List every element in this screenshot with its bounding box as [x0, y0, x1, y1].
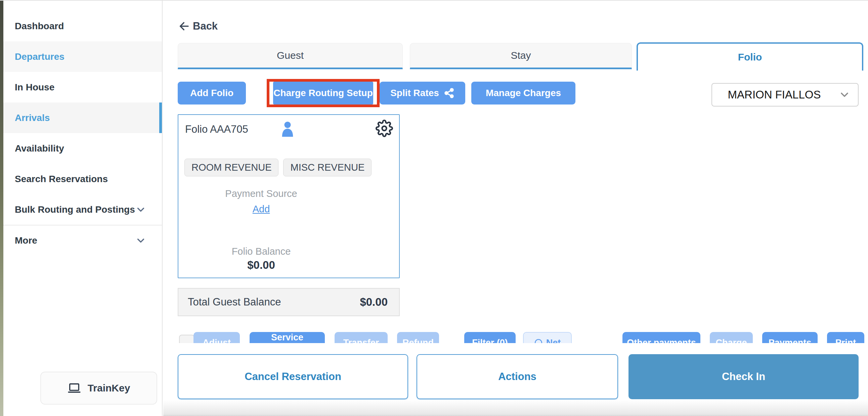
chevron-down-icon	[838, 89, 850, 101]
tag-misc-revenue: MISC REVENUE	[283, 158, 372, 176]
reservation-page: Dashboard Departures In House Arrivals A…	[0, 0, 868, 416]
sidebar-nav: Dashboard Departures In House Arrivals A…	[3, 11, 162, 256]
sidebar-item-more[interactable]: More	[3, 225, 162, 256]
cancel-reservation-label: Cancel Reservation	[245, 370, 341, 383]
chevron-down-icon	[135, 235, 147, 246]
tab-guest[interactable]: Guest	[178, 43, 403, 69]
check-in-label: Check In	[722, 370, 765, 383]
tab-label: Guest	[277, 50, 304, 61]
folio-guest-select-value: MARION FIALLOS	[728, 88, 821, 101]
folio-balance-value: $0.00	[178, 259, 399, 271]
add-folio-label: Add Folio	[190, 88, 234, 98]
folio-guest-select[interactable]: MARION FIALLOS	[711, 83, 859, 107]
sidebar-item-label: Departures	[15, 52, 64, 62]
total-guest-balance-label: Total Guest Balance	[188, 296, 281, 308]
total-guest-balance-value: $0.00	[360, 296, 388, 308]
sidebar-item-label: Search Reservations	[15, 174, 108, 184]
cancel-reservation-button[interactable]: Cancel Reservation	[178, 354, 408, 399]
tag-room-revenue: ROOM REVENUE	[184, 158, 278, 176]
sidebar-item-label: Bulk Routing and Postings	[15, 204, 135, 215]
page-bottom-fade	[163, 400, 868, 416]
back-arrow-icon	[178, 20, 190, 32]
main-content: Back Guest Stay Folio Add Folio Charge R…	[163, 1, 868, 416]
manage-charges-label: Manage Charges	[486, 88, 561, 98]
revenue-tags: ROOM REVENUE MISC REVENUE	[184, 158, 372, 176]
trainkey-button[interactable]: TrainKey	[40, 372, 157, 405]
chevron-down-icon	[135, 204, 147, 215]
actions-button[interactable]: Actions	[416, 354, 618, 399]
folio-balance-label: Folio Balance	[178, 246, 399, 257]
trainkey-label: TrainKey	[88, 382, 130, 394]
sidebar: Dashboard Departures In House Arrivals A…	[3, 1, 163, 416]
guest-person-icon	[280, 120, 295, 138]
sidebar-item-departures[interactable]: Departures	[3, 41, 162, 72]
tab-label: Stay	[510, 50, 531, 61]
sidebar-item-in-house[interactable]: In House	[3, 72, 162, 102]
payment-source-add-link[interactable]: Add	[253, 204, 270, 214]
total-guest-balance-row: Total Guest Balance $0.00	[178, 288, 400, 316]
share-icon	[444, 88, 455, 98]
folio-card: Folio AAA705 ROOM REVENUE MISC REVENUE P…	[178, 114, 400, 278]
charge-routing-setup-button[interactable]: Charge Routing Setup	[273, 82, 373, 105]
tab-stay[interactable]: Stay	[410, 43, 632, 69]
sidebar-item-label: Dashboard	[15, 21, 64, 32]
footer-action-bar: Cancel Reservation Actions Check In	[163, 343, 868, 416]
charge-routing-setup-label: Charge Routing Setup	[273, 88, 373, 98]
payment-source-label: Payment Source	[178, 188, 399, 199]
back-label: Back	[193, 20, 218, 32]
split-rates-button[interactable]: Split Rates	[380, 82, 465, 105]
laptop-icon	[67, 381, 81, 395]
split-rates-label: Split Rates	[390, 88, 439, 98]
sidebar-item-label: More	[15, 235, 37, 246]
sidebar-item-label: In House	[15, 82, 54, 93]
sidebar-item-label: Arrivals	[15, 113, 50, 123]
add-folio-button[interactable]: Add Folio	[178, 82, 246, 105]
sidebar-item-arrivals[interactable]: Arrivals	[3, 102, 162, 133]
sidebar-item-dashboard[interactable]: Dashboard	[3, 11, 162, 41]
sidebar-item-bulk-routing[interactable]: Bulk Routing and Postings	[3, 194, 162, 225]
check-in-button[interactable]: Check In	[628, 354, 859, 399]
tab-label: Folio	[738, 52, 762, 63]
back-link[interactable]: Back	[178, 20, 218, 32]
gear-icon[interactable]	[376, 120, 393, 137]
sidebar-item-search-reservations[interactable]: Search Reservations	[3, 164, 162, 194]
sidebar-item-availability[interactable]: Availability	[3, 133, 162, 164]
actions-label: Actions	[498, 370, 536, 383]
folio-card-title: Folio AAA705	[185, 123, 248, 136]
background-edge	[0, 1, 3, 416]
annotation-highlight-box: Charge Routing Setup	[267, 79, 380, 107]
tab-folio-active[interactable]: Folio	[637, 42, 863, 70]
sidebar-item-label: Availability	[15, 143, 64, 154]
manage-charges-button[interactable]: Manage Charges	[471, 82, 576, 105]
